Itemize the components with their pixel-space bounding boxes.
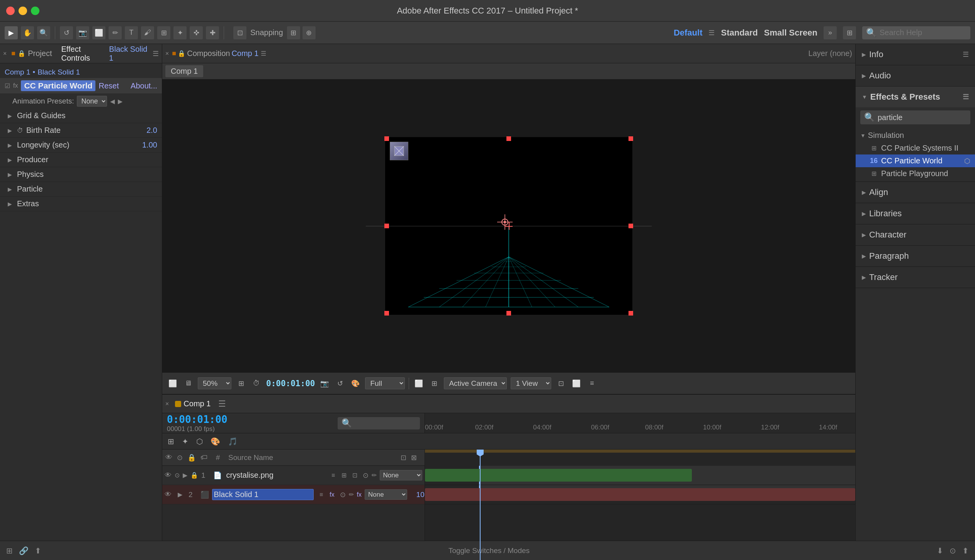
ls-shy-2[interactable]: ≡ bbox=[317, 491, 326, 498]
tool-zoom[interactable]: 🔍 bbox=[37, 26, 50, 39]
ep-simulation-group[interactable]: ▼ Simulation bbox=[856, 129, 975, 142]
layer-lock-1[interactable]: 🔒 bbox=[190, 472, 198, 479]
handle-tl[interactable] bbox=[384, 136, 389, 141]
handle-ml[interactable] bbox=[384, 224, 389, 228]
prop-particle[interactable]: ▶ Particle bbox=[0, 182, 162, 196]
snapping-more[interactable]: ⊕ bbox=[302, 26, 316, 39]
bb-toggle-label[interactable]: Toggle Switches / Modes bbox=[48, 546, 931, 555]
prop-birth-rate[interactable]: ▶ ⏱ Birth Rate 2.0 bbox=[0, 123, 162, 137]
center-point[interactable] bbox=[505, 222, 513, 230]
info-section-header[interactable]: ▶ Info ☰ bbox=[856, 44, 975, 65]
timeline-menu-icon[interactable]: ☰ bbox=[218, 399, 226, 409]
search-input[interactable] bbox=[880, 28, 957, 37]
ep-search-input[interactable] bbox=[878, 113, 975, 122]
tool-paint[interactable]: 🖌 bbox=[141, 26, 154, 39]
list-item[interactable]: 16 CC Particle World ⬡ bbox=[856, 154, 975, 167]
bb-icon-1[interactable]: ⊞ bbox=[6, 546, 13, 555]
tool-puppet[interactable]: ✚ bbox=[206, 26, 219, 39]
bb-icon-6[interactable]: ⬆ bbox=[962, 546, 969, 555]
project-tab[interactable]: ■ 🔒 Project bbox=[7, 47, 56, 60]
handle-br[interactable] bbox=[628, 311, 633, 316]
vt-alpha-icon[interactable]: ⬜ bbox=[413, 378, 425, 389]
layer-name-field-2[interactable] bbox=[212, 489, 314, 500]
effect-controls-tab[interactable]: Effect Controls Black Solid 1 bbox=[56, 42, 153, 65]
tl-time-display[interactable]: 0:00:01:00 bbox=[167, 414, 228, 425]
tl-paint-icon[interactable]: 🎨 bbox=[208, 435, 223, 448]
prop-longevity-value[interactable]: 1.00 bbox=[134, 141, 157, 149]
minimize-button[interactable] bbox=[19, 7, 27, 15]
tl-mask-icon[interactable]: ⬡ bbox=[194, 435, 205, 448]
layer-eye-1[interactable]: 👁 bbox=[165, 471, 172, 479]
work-area-bar[interactable] bbox=[425, 450, 855, 453]
tool-camera[interactable]: 📷 bbox=[76, 26, 89, 39]
layer-name-field-1[interactable] bbox=[225, 470, 326, 480]
libraries-section-header[interactable]: ▶ Libraries bbox=[856, 203, 975, 224]
vt-expand-icon[interactable]: ⬜ bbox=[571, 378, 582, 389]
effect-reset[interactable]: Reset bbox=[99, 81, 119, 90]
effect-enabled-check[interactable]: ☑ bbox=[5, 82, 10, 90]
bb-icon-4[interactable]: ⬇ bbox=[937, 546, 943, 555]
vt-display-icon[interactable]: 🖥 bbox=[182, 378, 194, 389]
stopwatch-icon[interactable]: ⏱ bbox=[17, 127, 23, 134]
track-fill-1[interactable] bbox=[425, 469, 692, 482]
layer-parent-select-2[interactable]: None bbox=[365, 489, 407, 500]
vt-snapshot-icon[interactable]: 📷 bbox=[319, 378, 330, 389]
tool-select[interactable]: ▶ bbox=[5, 26, 18, 39]
bb-icon-2[interactable]: 🔗 bbox=[19, 546, 29, 555]
close-button[interactable] bbox=[6, 7, 15, 15]
handle-tr[interactable] bbox=[628, 136, 633, 141]
bb-icon-5[interactable]: ⊙ bbox=[950, 546, 956, 555]
vt-grid-icon[interactable]: ⊞ bbox=[428, 378, 440, 389]
bb-icon-3[interactable]: ⬆ bbox=[35, 546, 41, 555]
tracker-section-header[interactable]: ▶ Tracker bbox=[856, 267, 975, 288]
vt-views-select[interactable]: 1 View 2 Views 4 Views bbox=[511, 377, 551, 389]
layer-link-1[interactable]: ⊙ bbox=[363, 471, 369, 480]
tool-pen[interactable]: ✏ bbox=[109, 26, 122, 39]
vt-time-icon[interactable]: ⏱ bbox=[251, 378, 262, 389]
tl-link-icon[interactable]: ⊞ bbox=[165, 435, 177, 448]
layer-expand-2[interactable]: ▶ bbox=[178, 491, 182, 498]
tool-hand[interactable]: ✋ bbox=[21, 26, 34, 39]
prop-birth-rate-value[interactable]: 2.0 bbox=[134, 126, 157, 135]
tl-search[interactable]: 🔍 bbox=[338, 417, 420, 429]
workspace-standard[interactable]: Standard bbox=[721, 28, 758, 38]
handle-bl[interactable] bbox=[384, 311, 389, 316]
prop-producer[interactable]: ▶ Producer bbox=[0, 153, 162, 167]
layer-solo-1[interactable]: ⊙ bbox=[175, 472, 180, 479]
ls-raster-1[interactable]: ⊞ bbox=[340, 472, 349, 479]
timeline-tab-close[interactable]: × bbox=[165, 400, 169, 407]
workspace-default[interactable]: Default bbox=[674, 28, 703, 38]
track-fill-2[interactable] bbox=[425, 488, 855, 501]
prop-longevity[interactable]: ▶ Longevity (sec) 1.00 bbox=[0, 138, 162, 152]
layer-eye-2[interactable]: 👁 bbox=[165, 490, 172, 499]
tool-rotation[interactable]: ↺ bbox=[60, 26, 73, 39]
snapping-area[interactable]: ⊡ Snapping ⊞ ⊕ bbox=[233, 26, 316, 39]
vt-render-icon[interactable]: ⬜ bbox=[167, 378, 178, 389]
layer-expand-1[interactable]: ▶ bbox=[183, 472, 187, 479]
tool-eraser[interactable]: ✦ bbox=[173, 26, 187, 39]
vt-quality-select[interactable]: Full Half Quarter bbox=[365, 377, 405, 389]
vt-refresh-icon[interactable]: ↺ bbox=[334, 378, 346, 389]
handle-bc[interactable] bbox=[506, 311, 511, 316]
ls-fx-2[interactable]: fx bbox=[328, 491, 337, 498]
viewport[interactable] bbox=[162, 80, 855, 372]
panel-menu-icon[interactable]: ☰ bbox=[153, 49, 159, 58]
workspace-expand[interactable]: » bbox=[824, 26, 837, 39]
layer-link-2[interactable]: ⊙ bbox=[340, 490, 346, 499]
anim-presets-prev[interactable]: ◀ bbox=[110, 98, 115, 105]
maximize-button[interactable] bbox=[31, 7, 39, 15]
audio-section-header[interactable]: ▶ Audio bbox=[856, 65, 975, 86]
ep-menu-icon[interactable]: ☰ bbox=[963, 93, 969, 101]
paragraph-section-header[interactable]: ▶ Paragraph bbox=[856, 246, 975, 266]
vt-zoom-icon[interactable]: ⊞ bbox=[235, 378, 247, 389]
snapping-options[interactable]: ⊞ bbox=[287, 26, 300, 39]
list-item[interactable]: ⊞ Particle Playground bbox=[856, 167, 975, 180]
vt-layout-icon[interactable]: ⊡ bbox=[555, 378, 567, 389]
layer-fx-2[interactable]: fx bbox=[357, 491, 362, 498]
tl-playhead[interactable] bbox=[480, 450, 481, 560]
comp-settings-icon[interactable]: ☰ bbox=[261, 50, 266, 57]
ls-3d-1[interactable]: ⊡ bbox=[350, 472, 360, 479]
vt-zoom-select[interactable]: 50% 100% 25% bbox=[198, 377, 231, 389]
workspace-menu-icon[interactable]: ☰ bbox=[708, 29, 715, 37]
tool-clone[interactable]: ⊞ bbox=[157, 26, 170, 39]
